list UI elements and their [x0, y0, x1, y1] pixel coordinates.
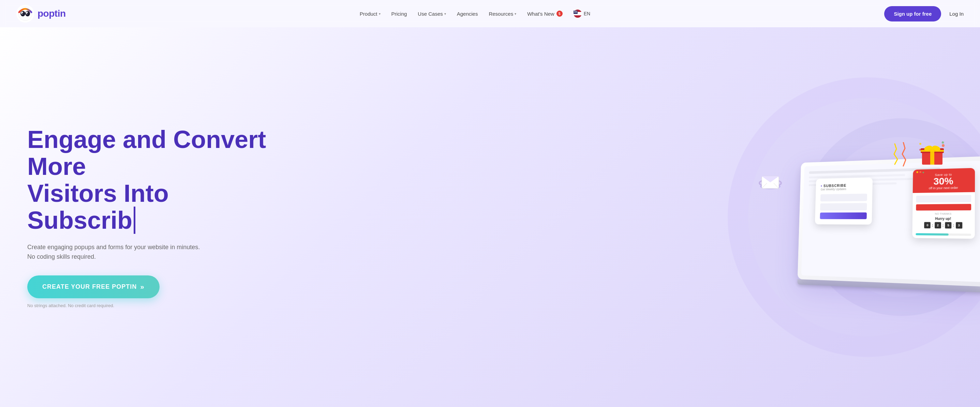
svg-point-30 — [931, 146, 934, 150]
nav-pricing[interactable]: Pricing — [391, 11, 407, 17]
svg-point-8 — [22, 13, 22, 13]
hero-section: Engage and Convert More Visitors Into Su… — [0, 27, 980, 407]
chevron-down-icon: ▾ — [379, 12, 380, 16]
nav-agencies[interactable]: Agencies — [457, 11, 478, 17]
login-button[interactable]: Log In — [949, 11, 964, 17]
logo-icon — [16, 5, 34, 22]
svg-point-31 — [919, 143, 921, 145]
nav-whats-new[interactable]: What's New 5 — [527, 11, 563, 17]
hero-illustration: SUBSCRIBE Get Weekly Updates — [755, 129, 980, 306]
chevron-down-icon: ▾ — [444, 12, 446, 16]
language-selector[interactable]: EN — [574, 10, 590, 18]
popup-discount: Save up to 30% off in your next order NO… — [912, 168, 975, 239]
hero-title: Engage and Convert More Visitors Into Su… — [27, 126, 280, 234]
whats-new-badge: 5 — [557, 11, 563, 17]
chevron-down-icon: ▾ — [515, 12, 516, 16]
svg-point-18 — [575, 11, 576, 11]
svg-point-19 — [576, 11, 577, 11]
nav-resources[interactable]: Resources ▾ — [488, 11, 516, 17]
svg-point-22 — [576, 12, 577, 13]
cta-note: No strings attached. No credit card requ… — [27, 303, 280, 308]
gift-icon — [919, 139, 946, 166]
cta-button[interactable]: CREATE YOUR FREE POPTIN » — [27, 275, 159, 298]
svg-point-9 — [27, 13, 27, 13]
chevron-right-icon: » — [140, 283, 144, 291]
gift-box-decoration — [919, 139, 946, 167]
svg-point-21 — [575, 12, 576, 13]
main-nav: Product ▾ Pricing Use Cases ▾ Agencies R… — [360, 10, 590, 18]
nav-product[interactable]: Product ▾ — [360, 11, 380, 17]
hero-content: Engage and Convert More Visitors Into Su… — [0, 106, 307, 329]
flag-icon — [574, 10, 582, 18]
popup-subscribe: SUBSCRIBE Get Weekly Updates — [815, 178, 873, 225]
site-header: poptin Product ▾ Pricing Use Cases ▾ Age… — [0, 0, 980, 27]
svg-point-32 — [942, 144, 945, 147]
envelope-icon — [758, 173, 782, 192]
svg-rect-12 — [574, 14, 582, 15]
nav-use-cases[interactable]: Use Cases ▾ — [418, 11, 445, 17]
signup-button[interactable]: Sign up for free — [884, 6, 941, 21]
logo-text: poptin — [38, 8, 66, 19]
svg-rect-15 — [574, 15, 582, 15]
laptop-mockup: SUBSCRIBE Get Weekly Updates — [797, 157, 972, 279]
svg-point-17 — [574, 11, 575, 11]
svg-rect-27 — [921, 150, 944, 152]
envelope-decoration — [758, 173, 782, 193]
logo[interactable]: poptin — [16, 5, 66, 22]
confetti-decoration — [891, 142, 912, 171]
svg-point-20 — [574, 12, 575, 13]
header-actions: Sign up for free Log In — [884, 6, 964, 21]
svg-rect-33 — [942, 141, 944, 144]
hero-subtitle: Create engaging popups and forms for you… — [27, 242, 205, 262]
text-cursor — [132, 207, 135, 234]
